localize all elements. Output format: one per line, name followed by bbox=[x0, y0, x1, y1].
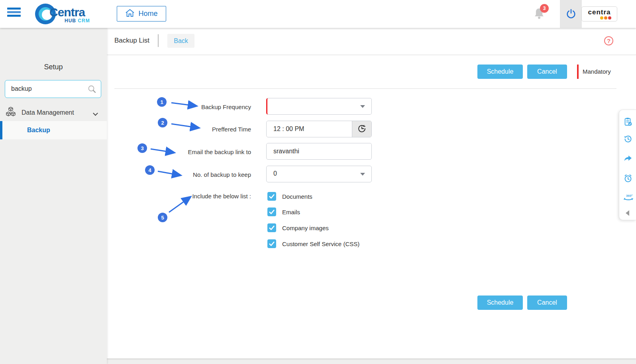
checkbox-label: Emails bbox=[282, 209, 300, 215]
checklist-icon[interactable] bbox=[623, 117, 633, 127]
annotation-step-2: 2 bbox=[158, 118, 167, 127]
company-images-checkbox-checked[interactable] bbox=[267, 223, 276, 232]
time-picker-button[interactable] bbox=[352, 121, 371, 137]
checkbox-label: Customer Self Service (CSS) bbox=[282, 241, 359, 247]
email-backup-link-label: Email the backup link to bbox=[147, 149, 251, 155]
checkbox-label: Documents bbox=[282, 193, 312, 200]
include-option-row: Emails bbox=[267, 207, 300, 216]
notification-count-badge: 3 bbox=[540, 4, 549, 13]
preferred-time-input[interactable] bbox=[267, 121, 352, 137]
search-icon[interactable] bbox=[87, 84, 97, 96]
back-button[interactable]: Back bbox=[167, 34, 194, 48]
chevron-down-icon bbox=[93, 111, 98, 116]
clock-icon bbox=[357, 124, 367, 135]
email-backup-link-field bbox=[266, 143, 372, 160]
backups-to-keep-select[interactable]: 0 bbox=[266, 166, 372, 182]
sidebar-item-data-management[interactable]: Data Management bbox=[0, 104, 107, 121]
checkbox-label: Company images bbox=[282, 225, 329, 231]
annotation-step-3: 3 bbox=[137, 143, 147, 153]
alarm-clock-icon[interactable] bbox=[623, 174, 633, 183]
cubes-icon bbox=[6, 106, 16, 119]
sidebar-item-backup-active[interactable]: Backup bbox=[0, 121, 107, 139]
app-logo: Centra HUB CRM bbox=[33, 3, 105, 25]
content-divider bbox=[114, 88, 616, 89]
schedule-button-top[interactable]: Schedule bbox=[477, 65, 523, 79]
mandatory-indicator-bar bbox=[577, 65, 579, 79]
title-divider bbox=[158, 34, 159, 47]
backup-frequency-select[interactable] bbox=[266, 98, 372, 115]
home-button[interactable]: Home bbox=[117, 6, 166, 22]
help-icon[interactable]: ? bbox=[604, 36, 613, 45]
include-option-row: Company images bbox=[267, 223, 329, 232]
backup-schedule-form: Schedule Cancel Mandatory Backup Frequen… bbox=[107, 55, 636, 358]
top-bar: Centra HUB CRM Home 3 centra bbox=[0, 0, 636, 28]
quick-actions-toolbar: 360° bbox=[619, 110, 636, 220]
annotation-step-4: 4 bbox=[145, 165, 155, 175]
hamburger-menu-icon[interactable] bbox=[7, 8, 21, 20]
org-logo-text: centra bbox=[582, 8, 617, 16]
documents-checkbox-checked[interactable] bbox=[267, 192, 276, 201]
home-button-label: Home bbox=[138, 10, 157, 18]
cancel-button-top[interactable]: Cancel bbox=[527, 65, 567, 79]
mandatory-label: Mandatory bbox=[583, 68, 611, 75]
emails-checkbox-checked[interactable] bbox=[267, 207, 276, 216]
preferred-time-field bbox=[266, 121, 372, 137]
sidebar-title: Setup bbox=[0, 63, 107, 71]
cancel-button-bottom[interactable]: Cancel bbox=[527, 296, 567, 310]
sidebar-item-label: Data Management bbox=[22, 109, 74, 116]
360-view-icon[interactable]: 360° bbox=[623, 193, 633, 202]
include-option-row: Customer Self Service (CSS) bbox=[267, 239, 359, 248]
share-icon[interactable] bbox=[623, 154, 633, 163]
backups-to-keep-label: No. of backup to keep bbox=[147, 171, 251, 178]
logout-power-button[interactable] bbox=[560, 0, 582, 28]
app-logo-sub-hub: HUB bbox=[65, 18, 76, 23]
annotation-step-5: 5 bbox=[158, 213, 167, 222]
backups-to-keep-value: 0 bbox=[273, 170, 277, 177]
sidebar-search-input[interactable] bbox=[11, 80, 85, 97]
svg-text:360°: 360° bbox=[626, 194, 633, 198]
home-icon bbox=[125, 9, 135, 19]
chevron-down-icon bbox=[360, 173, 365, 176]
include-option-row: Documents bbox=[267, 192, 312, 201]
chevron-down-icon bbox=[360, 105, 365, 108]
sidebar-search-box bbox=[5, 80, 101, 98]
page-header: Backup List Back ? bbox=[107, 28, 636, 55]
setup-sidebar: Setup Data Management Backup bbox=[0, 28, 107, 364]
sidebar-item-label: Backup bbox=[27, 127, 50, 134]
collapse-panel-icon[interactable] bbox=[624, 209, 634, 219]
customer-self-service-checkbox-checked[interactable] bbox=[267, 239, 276, 248]
app-logo-text: Centra bbox=[49, 6, 85, 19]
email-backup-link-input[interactable] bbox=[267, 143, 371, 159]
include-list-label: Include the below list : bbox=[147, 193, 251, 200]
org-logo-dots-icon bbox=[600, 16, 611, 20]
schedule-button-bottom[interactable]: Schedule bbox=[477, 296, 523, 310]
annotation-step-1: 1 bbox=[157, 97, 167, 107]
org-logo: centra bbox=[581, 6, 617, 22]
page-title: Backup List bbox=[114, 37, 149, 45]
history-icon[interactable] bbox=[623, 134, 633, 144]
app-logo-sub-crm: CRM bbox=[78, 18, 90, 23]
